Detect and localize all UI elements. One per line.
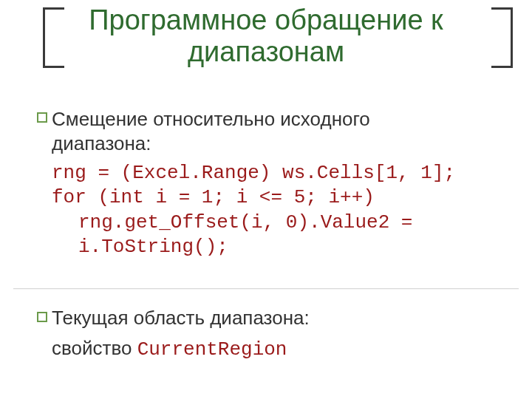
offset-intro: Смещение относительно исходного диапазон… xyxy=(52,107,495,155)
section-offset: Смещение относительно исходного диапазон… xyxy=(52,107,495,259)
code-line-3: rng.get_Offset(i, 0).Value2 = xyxy=(52,211,412,235)
title-container: Программное обращение к диапазонам xyxy=(0,4,532,67)
offset-intro-line-2: диапазона: xyxy=(52,132,151,154)
offset-intro-line-1: Смещение относительно исходного xyxy=(52,108,370,130)
divider xyxy=(13,288,519,289)
property-name: CurrentRegion xyxy=(137,338,287,361)
current-region-property: свойство CurrentRegion xyxy=(52,336,495,362)
bullet-icon xyxy=(37,112,47,123)
code-line-1: rng = (Excel.Range) ws.Cells[1, 1]; xyxy=(52,162,455,184)
slide-title: Программное обращение к диапазонам xyxy=(44,4,487,67)
title-line-1: Программное обращение к xyxy=(89,4,443,35)
slide: Программное обращение к диапазонам Смеще… xyxy=(0,0,532,399)
current-region-intro: Текущая область диапазона: xyxy=(52,306,495,330)
property-label: свойство xyxy=(52,337,137,359)
offset-code: rng = (Excel.Range) ws.Cells[1, 1]; for … xyxy=(52,161,495,259)
section-current-region: Текущая область диапазона: свойство Curr… xyxy=(52,306,495,367)
code-line-2: for (int i = 1; i <= 5; i++) xyxy=(52,186,375,208)
title-line-2: диапазонам xyxy=(188,36,344,67)
code-line-4: i.ToString(); xyxy=(52,235,228,259)
bullet-icon xyxy=(37,312,47,322)
